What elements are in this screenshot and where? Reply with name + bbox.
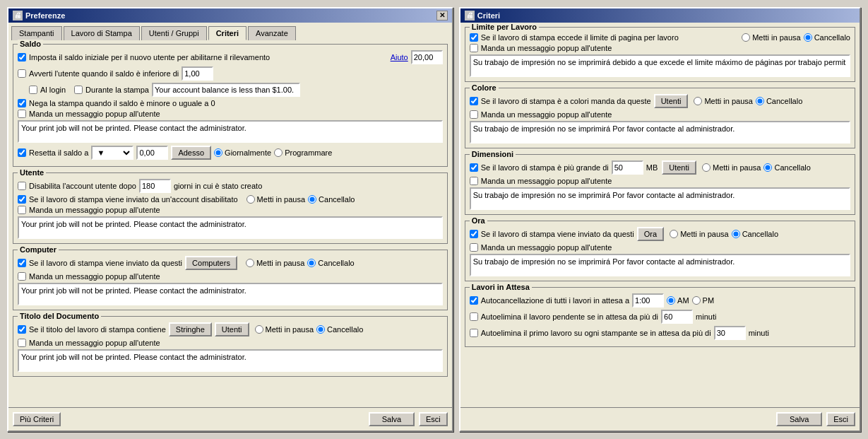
disabilita-check[interactable]	[18, 182, 26, 190]
titolo-check[interactable]	[18, 325, 26, 334]
tab-lavoro[interactable]: Lavoro di Stampa	[64, 26, 140, 40]
saldo-inferiore-input[interactable]	[182, 66, 213, 81]
saldo-avverti-check[interactable]	[18, 69, 26, 78]
limite-cancellalo-label[interactable]: Cancellalo	[804, 33, 850, 42]
am-radio[interactable]	[667, 296, 675, 305]
popup-textarea3[interactable]: Your print job will not be printed. Plea…	[18, 283, 443, 305]
titolo-metti-radio[interactable]	[255, 325, 263, 334]
dimensioni-cancellalo-radio[interactable]	[763, 163, 772, 172]
ora-button[interactable]: Ora	[637, 227, 664, 241]
programmare-radio[interactable]	[274, 148, 283, 157]
manda-popup-check1[interactable]	[18, 110, 26, 118]
dimensioni-metti-radio[interactable]	[702, 163, 711, 172]
colore-cancellalo-radio[interactable]	[756, 97, 764, 105]
disabilita-days-input[interactable]	[139, 179, 171, 193]
tab-avanzate[interactable]: Avanzate	[248, 26, 296, 40]
autoelimina2-check[interactable]	[470, 329, 478, 337]
auto-check[interactable]	[470, 296, 478, 305]
titolo-metti-label[interactable]: Metti in pausa	[255, 325, 314, 334]
popup-textarea4[interactable]: Your print job will not be printed. Plea…	[18, 349, 443, 372]
criteri-salva-button[interactable]: Salva	[776, 412, 822, 426]
close-button[interactable]: ✕	[436, 11, 448, 21]
titolo-cancellalo-radio[interactable]	[316, 325, 325, 334]
utente-cancellalo-label[interactable]: Cancellalo	[308, 195, 355, 204]
dimensioni-cancellalo-label[interactable]: Cancellalo	[763, 163, 810, 172]
computer-check[interactable]	[18, 259, 26, 267]
dimensioni-size-input[interactable]	[612, 160, 643, 175]
ora-metti-label[interactable]: Metti in pausa	[670, 230, 728, 238]
ora-manda-check[interactable]	[470, 243, 478, 252]
popup-textarea1[interactable]: Your print job will not be printed. Plea…	[18, 120, 443, 143]
am-radio-label[interactable]: AM	[667, 296, 689, 305]
resetta-check[interactable]	[18, 148, 26, 157]
colore-metti-label[interactable]: Metti in pausa	[694, 97, 752, 105]
autoelimina1-check[interactable]	[470, 312, 478, 321]
ora-popup-text[interactable]: Su trabajo de impresión no se imprimirá …	[470, 254, 850, 276]
dimensioni-manda-check[interactable]	[470, 177, 478, 185]
preferenze-salva-button[interactable]: Salva	[369, 412, 415, 426]
ora-cancellalo-radio[interactable]	[732, 230, 740, 238]
computer-cancellalo-label[interactable]: Cancellalo	[307, 259, 354, 267]
titolo-utenti-button[interactable]: Utenti	[215, 322, 249, 336]
preferenze-esci-button[interactable]: Esci	[419, 412, 448, 426]
computer-metti-label[interactable]: Metti in pausa	[246, 259, 304, 267]
colore-utenti-button[interactable]: Utenti	[654, 94, 689, 108]
popup-textarea2[interactable]: Your print job will not be printed. Plea…	[18, 216, 443, 239]
saldo-value-input[interactable]	[411, 50, 443, 64]
colore-popup-text[interactable]: Su trabajo de impresión no se imprimirá …	[470, 121, 850, 144]
tab-stampanti[interactable]: Stampanti	[11, 26, 62, 40]
tab-utenti[interactable]: Utenti / Gruppi	[141, 26, 207, 40]
dimensioni-check[interactable]	[470, 163, 478, 172]
auto-time-input[interactable]	[632, 293, 664, 308]
utente-metti-radio[interactable]	[246, 195, 255, 204]
titolo-manda-text: Manda un messaggio popup all'utente	[29, 339, 160, 347]
computers-button[interactable]: Computers	[185, 256, 237, 270]
programmare-radio-label[interactable]: Programmare	[274, 148, 332, 157]
titolo-cancellalo-label[interactable]: Cancellalo	[316, 325, 363, 334]
utente-metti-label[interactable]: Metti in pausa	[246, 195, 305, 204]
computer-metti-radio[interactable]	[246, 259, 254, 267]
limite-cancellalo-radio[interactable]	[804, 33, 812, 42]
dimensioni-utenti-button[interactable]: Utenti	[662, 160, 696, 175]
colore-label: Colore	[470, 83, 499, 92]
stringhe-button[interactable]: Stringhe	[169, 322, 212, 336]
pm-radio-label[interactable]: PM	[692, 296, 715, 305]
colore-metti-radio[interactable]	[694, 97, 702, 105]
colore-check[interactable]	[470, 97, 478, 105]
login-check[interactable]	[29, 86, 37, 94]
colore-manda-check[interactable]	[470, 110, 478, 119]
stampa-check[interactable]	[74, 86, 83, 94]
piu-criteri-button[interactable]: Più Criteri	[13, 412, 61, 426]
utente-cancellalo-radio[interactable]	[308, 195, 316, 204]
limite-check[interactable]	[470, 33, 478, 42]
titolo-manda-check[interactable]	[18, 339, 26, 347]
computer-manda-check[interactable]	[18, 272, 26, 281]
giornalmente-radio[interactable]	[214, 148, 222, 157]
limite-metti-label[interactable]: Metti in pausa	[742, 33, 800, 42]
saldo-imposta-check[interactable]	[18, 53, 26, 62]
giornalmente-radio-label[interactable]: Giornalmente	[214, 148, 271, 157]
ora-metti-radio[interactable]	[670, 230, 678, 238]
colore-cancellalo-label[interactable]: Cancellalo	[756, 97, 802, 105]
dimensioni-metti-label[interactable]: Metti in pausa	[702, 163, 761, 172]
limite-popup-text[interactable]: Su trabajo de impresión no se imprimirá …	[470, 54, 850, 77]
dimensioni-popup-text[interactable]: Su trabajo de impresión no se imprimirá …	[470, 187, 850, 210]
limite-manda-check[interactable]	[470, 44, 478, 52]
ora-check[interactable]	[470, 230, 478, 238]
ora-cancellalo-label[interactable]: Cancellalo	[732, 230, 778, 238]
stampa-text-input[interactable]	[152, 83, 300, 97]
tab-criteri[interactable]: Criteri	[208, 26, 246, 40]
pm-radio[interactable]	[692, 296, 701, 305]
resetta-select[interactable]: ▼	[91, 146, 133, 160]
aiuto-link[interactable]: Aiuto	[273, 53, 408, 62]
criteri-esci-button[interactable]: Esci	[826, 412, 855, 426]
autoelimina1-input[interactable]	[661, 310, 693, 324]
autoelimina2-input[interactable]	[714, 326, 746, 340]
resetta-value-input[interactable]	[136, 146, 168, 160]
limite-metti-radio[interactable]	[742, 33, 750, 42]
utente-manda-check[interactable]	[18, 206, 26, 214]
account-check[interactable]	[18, 195, 26, 204]
computer-cancellalo-radio[interactable]	[307, 259, 316, 267]
nega-check[interactable]	[18, 99, 26, 107]
adesso-button[interactable]: Adesso	[171, 146, 211, 160]
